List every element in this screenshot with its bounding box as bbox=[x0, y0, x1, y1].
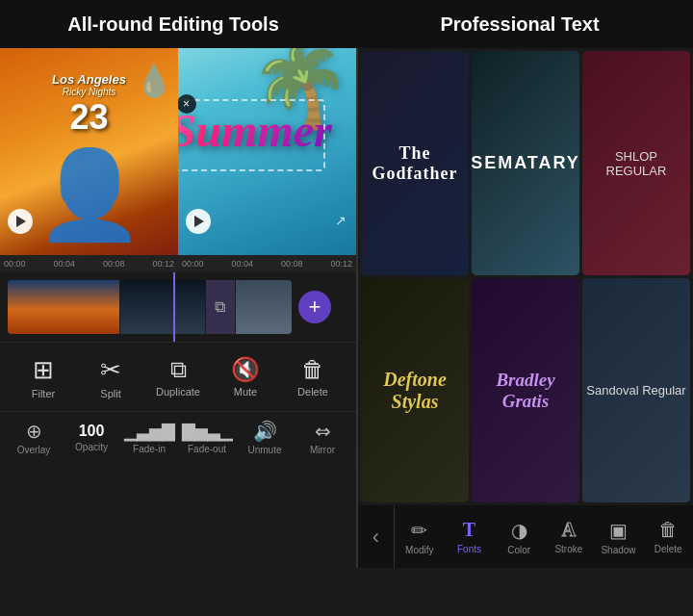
right-header-title: Professional Text bbox=[440, 13, 599, 36]
thumb-2 bbox=[120, 280, 204, 334]
left-time-12: 00:12 bbox=[152, 259, 174, 269]
left-play-button[interactable] bbox=[8, 209, 33, 234]
right-play-button[interactable] bbox=[186, 209, 211, 234]
overlay-icon: ⊕ bbox=[26, 420, 42, 443]
shadow-label: Shadow bbox=[601, 545, 635, 555]
fade-out-control[interactable]: ▇▅▃▁ Fade-out bbox=[178, 421, 236, 454]
left-video-panel: 👤 💧 Los Angeles Ricky Nights 23 bbox=[0, 48, 178, 255]
delete-tool[interactable]: 🗑 Delete bbox=[279, 356, 346, 398]
font-sandoval-text: Sandoval Regular bbox=[582, 379, 689, 401]
mirror-icon: ⇔ bbox=[315, 420, 331, 443]
mirror-label: Mirror bbox=[310, 445, 335, 455]
right-time-8: 00:08 bbox=[281, 259, 303, 269]
mute-icon: 🔇 bbox=[231, 356, 260, 383]
stroke-label: Stroke bbox=[554, 544, 582, 554]
fade-in-control[interactable]: ▁▃▅▇ Fade-in bbox=[120, 421, 178, 454]
fade-out-icon: ▇▅▃▁ bbox=[182, 421, 232, 442]
opacity-value: 100 bbox=[79, 423, 105, 440]
left-time-0: 00:00 bbox=[4, 259, 26, 269]
filter-label: Filter bbox=[32, 388, 55, 399]
duplicate-tool[interactable]: ⧉ Duplicate bbox=[144, 356, 212, 398]
overlay-control[interactable]: ⊕ Overlay bbox=[5, 420, 63, 455]
font-card-sematary[interactable]: SEMATARY bbox=[472, 51, 579, 275]
mute-label: Mute bbox=[234, 386, 257, 398]
nav-shadow[interactable]: ▣ Shadow bbox=[594, 505, 644, 568]
resize-handle-icon[interactable]: ↗ bbox=[335, 213, 346, 228]
color-icon: ◑ bbox=[511, 519, 527, 542]
delete-label: Delete bbox=[297, 386, 328, 398]
thumb-1 bbox=[8, 280, 119, 334]
unmute-label: Unmute bbox=[247, 445, 281, 455]
fonts-label: Fonts bbox=[457, 544, 481, 554]
font-shlop-text: SHLOP REGULAR bbox=[582, 145, 690, 182]
right-video-panel: 🌴 Summer × ↗ bbox=[178, 48, 356, 255]
thumb-3 bbox=[236, 280, 292, 334]
add-clip-button[interactable]: + bbox=[298, 291, 331, 323]
modify-icon: ✏ bbox=[411, 519, 427, 542]
split-tool[interactable]: ✂ Split bbox=[77, 355, 144, 399]
tools-row: ⊞ Filter ✂ Split ⧉ Duplicate 🔇 Mute 🗑 De… bbox=[0, 342, 356, 411]
timeline-cursor bbox=[173, 272, 175, 342]
thumb-split: ⧉ bbox=[206, 280, 235, 334]
right-time-4: 00:04 bbox=[231, 259, 253, 269]
opacity-control[interactable]: 100 Opacity bbox=[63, 423, 120, 452]
stroke-icon: A bbox=[562, 519, 576, 541]
font-cards-container: The Godfather SEMATARY SHLOP REGULAR Def… bbox=[358, 48, 693, 505]
nav-delete-label: Delete bbox=[654, 544, 682, 554]
split-icon: ✂ bbox=[100, 355, 121, 385]
font-card-shlop[interactable]: SHLOP REGULAR bbox=[582, 51, 690, 275]
font-godfather-text: The Godfather bbox=[361, 140, 469, 188]
fade-in-label: Fade-in bbox=[133, 444, 166, 454]
font-sematary-text: SEMATARY bbox=[472, 153, 579, 173]
nav-delete[interactable]: 🗑 Delete bbox=[643, 505, 693, 568]
city-label: Los Angeles bbox=[52, 72, 126, 87]
delete-icon: 🗑 bbox=[301, 356, 324, 383]
font-card-godfather[interactable]: The Godfather bbox=[361, 51, 469, 275]
font-card-deftone[interactable]: Deftone Stylas bbox=[361, 278, 469, 502]
fade-in-icon: ▁▃▅▇ bbox=[124, 421, 174, 442]
nav-back-btn[interactable]: ‹ bbox=[358, 505, 395, 568]
left-time-8: 00:08 bbox=[103, 259, 125, 269]
fonts-icon: T bbox=[463, 519, 475, 541]
subtitle-label: Ricky Nights bbox=[52, 87, 126, 97]
mute-tool[interactable]: 🔇 Mute bbox=[212, 356, 279, 398]
font-card-sandoval[interactable]: Sandoval Regular bbox=[582, 278, 690, 502]
right-time-0: 00:00 bbox=[182, 259, 204, 269]
font-card-bradley[interactable]: Bradley Gratis bbox=[472, 278, 579, 502]
modify-label: Modify bbox=[405, 545, 433, 555]
unmute-control[interactable]: 🔊 Unmute bbox=[236, 420, 294, 455]
opacity-label: Opacity bbox=[75, 442, 108, 452]
split-label: Split bbox=[100, 388, 120, 399]
font-deftone-text: Deftone Stylas bbox=[361, 365, 469, 417]
filter-tool[interactable]: ⊞ Filter bbox=[10, 355, 77, 399]
color-label: Color bbox=[507, 545, 530, 555]
duplicate-icon: ⧉ bbox=[170, 356, 187, 383]
close-button[interactable]: × bbox=[178, 94, 196, 114]
nav-color[interactable]: ◑ Color bbox=[494, 505, 544, 568]
nav-modify[interactable]: ✏ Modify bbox=[395, 505, 445, 568]
left-time-4: 00:04 bbox=[53, 259, 75, 269]
right-time-12: 00:12 bbox=[330, 259, 352, 269]
filter-icon: ⊞ bbox=[33, 355, 54, 385]
left-header-title: All-round Editing Tools bbox=[67, 13, 279, 36]
font-bradley-text: Bradley Gratis bbox=[472, 366, 579, 416]
nav-delete-icon: 🗑 bbox=[658, 519, 678, 541]
right-bottom-nav: ‹ ✏ Modify T Fonts ◑ Color A Stroke bbox=[358, 505, 693, 568]
fade-out-label: Fade-out bbox=[188, 444, 226, 454]
overlay-label: Overlay bbox=[17, 445, 50, 455]
clip-row: ⧉ + bbox=[0, 272, 356, 342]
shadow-icon: ▣ bbox=[609, 519, 628, 542]
number-label: 23 bbox=[52, 97, 126, 138]
bottom-controls: ⊕ Overlay 100 Opacity ▁▃▅▇ Fade-in ▇▅▃▁ … bbox=[0, 411, 356, 462]
nav-stroke[interactable]: A Stroke bbox=[544, 505, 594, 568]
duplicate-label: Duplicate bbox=[156, 386, 200, 398]
nav-fonts[interactable]: T Fonts bbox=[445, 505, 495, 568]
mirror-control[interactable]: ⇔ Mirror bbox=[294, 420, 351, 455]
unmute-icon: 🔊 bbox=[253, 420, 277, 443]
